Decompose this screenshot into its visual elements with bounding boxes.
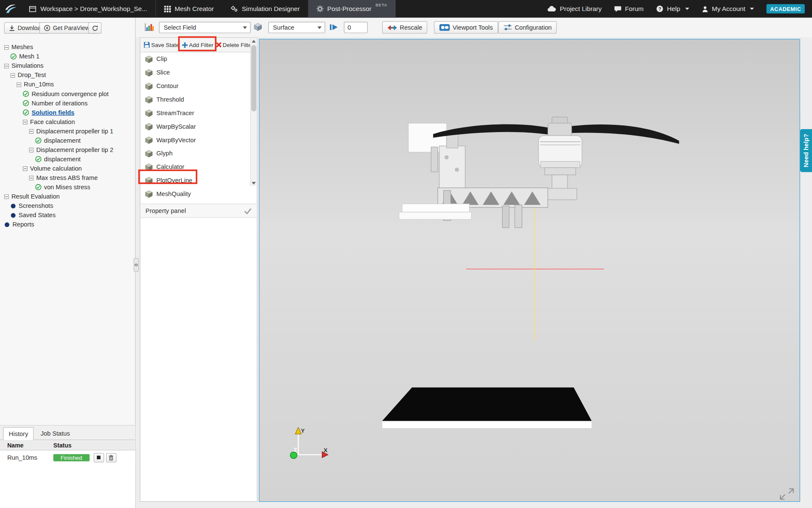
tree-item-run-10ms[interactable]: Run_10ms — [0, 80, 135, 89]
tree-item-screenshots[interactable]: Screenshots — [0, 201, 135, 210]
simscale-logo-icon — [4, 4, 16, 14]
tree-item-label: Mesh 1 — [19, 53, 39, 60]
tree-item-face-calculation[interactable]: Face calculation — [0, 117, 135, 127]
minusbox-icon — [10, 73, 15, 77]
filter-item-label: PlotOverLine — [156, 177, 192, 184]
tree-item-number-of-iterations[interactable]: Number of iterations — [0, 99, 135, 108]
my-account[interactable]: My Account — [702, 5, 754, 12]
viewport-tools-label: Viewport Tools — [453, 24, 493, 31]
help[interactable]: ?Help — [656, 5, 689, 12]
refresh-button[interactable] — [88, 22, 102, 34]
topbar-item-label: My Account — [712, 5, 745, 12]
tree-item-displacement-propeller-tip-1[interactable]: Displacement propeller tip 1 — [0, 127, 135, 136]
filter-item-streamtracer[interactable]: StreamTracer — [140, 106, 257, 120]
delete-run-button[interactable] — [106, 453, 116, 462]
axis-triad: Y X Z — [290, 427, 328, 458]
play-step-button[interactable] — [329, 23, 338, 31]
filter-item-plotoverline[interactable]: PlotOverLine — [140, 174, 257, 187]
tab-label: Mesh Creator — [175, 5, 214, 12]
svg-text:?: ? — [658, 6, 661, 11]
frame-number-input[interactable] — [344, 22, 368, 33]
property-panel-header[interactable]: Property panel — [140, 204, 257, 218]
filter-item-meshquality[interactable]: MeshQuality — [140, 187, 257, 201]
tree-item-reports[interactable]: Reports — [0, 220, 135, 229]
tree-item-displacement-propeller-tip-2[interactable]: Displacement propeller tip 2 — [0, 145, 135, 155]
post-processor-app: Workspace > Drone_Workshop_Se... Mesh Cr… — [0, 0, 812, 508]
scrollbar-thumb[interactable] — [251, 45, 256, 112]
tree-item-solution-fields[interactable]: Solution fields — [0, 108, 135, 117]
post-processor-toolbar: Select Field Surface Rescale Viewport To… — [136, 18, 812, 38]
cube-icon — [145, 177, 153, 184]
tree-item-max-stress-abs-frame[interactable]: Max stress ABS frame — [0, 173, 135, 182]
run-name[interactable]: Run_10ms — [0, 454, 53, 461]
chat-icon — [614, 6, 621, 12]
tree-item-simulations[interactable]: Simulations — [0, 61, 135, 70]
cube-icon — [145, 123, 153, 130]
tree-item-volume-calculation[interactable]: Volume calculation — [0, 164, 135, 173]
tree-item-saved-states[interactable]: Saved States — [0, 210, 135, 220]
filter-item-warpbyvector[interactable]: WarpByVector — [140, 133, 257, 147]
tree-item-displacement[interactable]: displacement — [0, 136, 135, 145]
panel-resize-handle[interactable] — [134, 258, 139, 272]
simscale-logo[interactable] — [0, 4, 21, 14]
render-mode-dropdown[interactable]: Surface — [268, 22, 325, 33]
cube-icon — [145, 82, 153, 90]
refresh-icon — [91, 25, 98, 31]
tree-item-mesh-1[interactable]: Mesh 1 — [0, 52, 135, 61]
save-state-button[interactable]: Save State — [143, 41, 179, 48]
filter-panel: Save State Add Filter Delete Filter Clip… — [140, 37, 258, 502]
fullscreen-icon[interactable] — [780, 489, 793, 499]
project-library[interactable]: Project Library — [547, 5, 601, 12]
tree-item-drop-test[interactable]: Drop_Test — [0, 71, 135, 80]
filter-item-calculator[interactable]: Calculator — [140, 160, 257, 174]
stop-run-button[interactable] — [93, 453, 104, 462]
tab-simulation-designer[interactable]: Simulation Designer — [222, 0, 308, 18]
tab-mesh-creator[interactable]: Mesh Creator — [156, 0, 222, 18]
render-mode-value: Surface — [273, 24, 294, 31]
filter-item-slice[interactable]: Slice — [140, 66, 257, 80]
viewport-3d-scene[interactable]: Y X Z — [259, 39, 799, 501]
check-icon — [23, 100, 29, 106]
scroll-up-arrow[interactable] — [251, 38, 257, 44]
tree-item-result-evaluation[interactable]: Result Evaluation — [0, 192, 135, 201]
project-tree: MeshesMesh 1SimulationsDrop_TestRun_10ms… — [0, 42, 135, 229]
filter-item-label: MeshQuality — [156, 190, 191, 197]
render-viewport[interactable]: Y X Z — [259, 39, 800, 502]
tree-item-displacement[interactable]: displacement — [0, 155, 135, 164]
filter-list-scrollbar[interactable] — [250, 38, 257, 186]
need-help-label: Need help? — [802, 134, 809, 167]
tab-history[interactable]: History — [3, 427, 34, 440]
property-check-icon — [244, 207, 252, 214]
tree-item-residuum-convergence-plot[interactable]: Residuum convergence plot — [0, 89, 135, 99]
filter-item-clip[interactable]: Clip — [140, 52, 257, 66]
forum[interactable]: Forum — [614, 5, 644, 12]
configuration-button[interactable]: Configuration — [498, 21, 557, 33]
cube-icon — [145, 109, 153, 117]
filter-item-threshold[interactable]: Threshold — [140, 93, 257, 106]
tree-item-von-mises-stress[interactable]: von Mises stress — [0, 182, 135, 192]
render-mode-icon — [254, 23, 262, 31]
tab-job-status[interactable]: Job Status — [35, 427, 75, 440]
delete-filter-button[interactable]: Delete Filter — [216, 42, 253, 48]
delete-filter-icon — [216, 42, 221, 47]
tab-label: Post-Processor — [327, 5, 372, 12]
rescale-button[interactable]: Rescale — [382, 21, 428, 33]
viewport-tools-button[interactable]: Viewport Tools — [434, 21, 498, 33]
tree-item-label: von Mises stress — [44, 183, 90, 190]
viewport-tools-icon — [439, 24, 450, 31]
filter-panel-header: Save State Add Filter Delete Filter — [140, 38, 257, 52]
filter-item-contour[interactable]: Contour — [140, 79, 257, 93]
filter-item-glyph[interactable]: Glyph — [140, 147, 257, 160]
need-help-tab[interactable]: Need help? — [800, 129, 812, 172]
axis-label-x: X — [324, 447, 327, 453]
tree-item-meshes[interactable]: Meshes — [0, 42, 135, 52]
history-tabs: HistoryJob Status — [0, 425, 135, 440]
filter-item-warpbyscalar[interactable]: WarpByScalar — [140, 120, 257, 133]
select-field-dropdown[interactable]: Select Field — [159, 22, 251, 33]
tree-item-label: Simulations — [11, 62, 44, 69]
add-filter-button[interactable]: Add Filter — [182, 42, 214, 48]
cube-icon — [145, 55, 153, 63]
tab-post-processor[interactable]: Post-ProcessorBETA — [308, 0, 395, 18]
workspace-breadcrumb[interactable]: Workspace > Drone_Workshop_Se... — [21, 0, 156, 18]
scroll-down-arrow[interactable] — [251, 180, 257, 186]
